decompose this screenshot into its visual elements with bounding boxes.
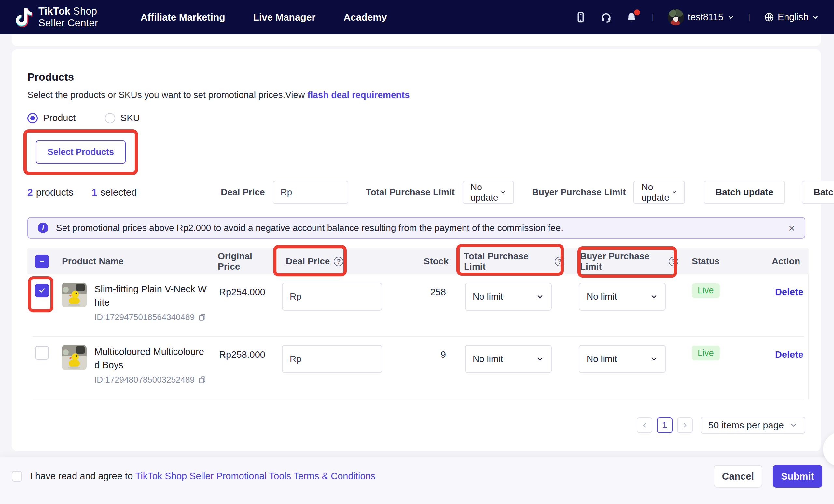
chevron-down-icon xyxy=(672,189,677,196)
chevron-down-icon xyxy=(650,355,658,363)
tiktok-shop-logo[interactable]: TikTok Shop Seller Center xyxy=(15,5,98,29)
nav-academy[interactable]: Academy xyxy=(344,12,387,23)
chevron-down-icon xyxy=(727,14,734,21)
buyer-limit-value: No limit xyxy=(587,354,617,364)
batch-delete-button[interactable]: Batch delete xyxy=(802,181,834,204)
submit-button[interactable]: Submit xyxy=(773,465,822,488)
batch-total-limit-select[interactable]: No update xyxy=(463,181,514,204)
chevron-down-icon xyxy=(536,293,544,301)
annotation-box-select-products: Select Products xyxy=(23,129,138,175)
help-icon[interactable]: ? xyxy=(668,257,678,266)
page-title: Products xyxy=(27,71,805,83)
stock-value: 9 xyxy=(386,337,451,360)
chevron-down-icon xyxy=(790,421,797,429)
terms-text: I have read and agree to TikTok Shop Sel… xyxy=(30,471,375,482)
status-badge: Live xyxy=(692,346,720,360)
total-limit-value: No limit xyxy=(473,291,503,302)
original-price: Rp254.000 xyxy=(218,275,270,298)
select-products-button[interactable]: Select Products xyxy=(36,140,126,164)
table-right-border xyxy=(808,275,809,399)
batch-deal-price-input[interactable] xyxy=(273,181,348,204)
notification-badge-dot xyxy=(634,9,640,15)
help-icon[interactable]: ? xyxy=(334,257,344,266)
row-checkbox-unchecked[interactable] xyxy=(35,346,49,360)
language-label: English xyxy=(778,12,809,22)
total-limit-select[interactable]: No limit xyxy=(465,345,552,373)
notifications-bell-icon[interactable] xyxy=(625,11,638,24)
radio-product[interactable]: Product xyxy=(27,113,75,124)
col-stock: Stock xyxy=(424,256,448,267)
cancel-button[interactable]: Cancel xyxy=(714,465,762,488)
radio-sku-label: SKU xyxy=(120,113,140,124)
footer-bar: I have read and agree to TikTok Shop Sel… xyxy=(0,457,834,504)
close-icon[interactable]: × xyxy=(788,222,795,234)
next-page-button[interactable] xyxy=(677,417,693,433)
buyer-limit-select[interactable]: No limit xyxy=(579,345,666,373)
status-badge: Live xyxy=(692,283,720,298)
user-name: test8115 xyxy=(688,12,723,22)
products-card: Products Select the products or SKUs you… xyxy=(12,49,821,451)
delete-button[interactable]: Delete xyxy=(775,349,804,360)
batch-update-button[interactable]: Batch update xyxy=(704,181,785,204)
page-number-button[interactable]: 1 xyxy=(657,417,673,433)
products-count: 2products xyxy=(27,187,73,198)
row-checkbox-checked[interactable] xyxy=(35,284,49,297)
chevron-down-icon xyxy=(500,189,506,196)
copy-icon[interactable] xyxy=(198,313,206,322)
product-id: ID:1729480785003252489 xyxy=(94,375,206,385)
product-name: Slim-fitting Plain V-Neck White xyxy=(94,283,207,309)
copy-icon[interactable] xyxy=(198,376,206,384)
radio-selected-icon xyxy=(27,113,38,124)
col-deal-price: Deal Price xyxy=(286,256,330,267)
info-banner-text: Set promotional prices above Rp2.000 to … xyxy=(56,223,563,233)
prev-page-button[interactable] xyxy=(637,417,652,433)
page-size-select[interactable]: 50 items per page xyxy=(701,417,805,434)
mobile-app-icon[interactable] xyxy=(574,11,587,24)
table-header-row: Product Name Original Price Deal Price? … xyxy=(27,248,809,275)
tiktok-note-icon xyxy=(15,7,33,28)
original-price: Rp258.000 xyxy=(218,337,270,360)
section-description: Select the products or SKUs you want to … xyxy=(27,90,805,100)
buyer-limit-select[interactable]: No limit xyxy=(579,283,666,311)
support-headset-icon[interactable] xyxy=(600,11,613,24)
info-icon: i xyxy=(38,223,48,233)
col-product-name: Product Name xyxy=(62,256,124,267)
page-size-value: 50 items per page xyxy=(708,420,784,431)
globe-icon xyxy=(764,12,774,22)
terms-checkbox[interactable] xyxy=(12,471,22,482)
batch-total-limit-value: No update xyxy=(470,182,500,203)
selected-count: 1selected xyxy=(92,187,137,198)
help-icon[interactable]: ? xyxy=(555,257,565,266)
nav-live-manager[interactable]: Live Manager xyxy=(253,12,316,23)
terms-link[interactable]: TikTok Shop Seller Promotional Tools Ter… xyxy=(135,471,376,481)
batch-actions-bar: 2products 1selected Deal Price Total Pur… xyxy=(27,181,805,204)
buyer-limit-value: No limit xyxy=(587,291,617,302)
batch-buyer-limit-label: Buyer Purchase Limit xyxy=(532,187,626,198)
batch-buyer-limit-select[interactable]: No update xyxy=(634,181,685,204)
pagination: 1 50 items per page xyxy=(637,417,805,434)
product-image xyxy=(62,283,87,307)
deal-price-input[interactable] xyxy=(282,345,382,373)
products-table: Product Name Original Price Deal Price? … xyxy=(27,248,809,399)
radio-product-label: Product xyxy=(43,113,75,124)
radio-unselected-icon xyxy=(105,113,115,124)
language-selector[interactable]: English xyxy=(764,12,819,22)
radio-sku[interactable]: SKU xyxy=(105,113,140,124)
table-row: Slim-fitting Plain V-Neck White ID:17294… xyxy=(27,275,809,337)
total-limit-select[interactable]: No limit xyxy=(465,283,552,311)
chevron-down-icon xyxy=(812,14,819,21)
product-image xyxy=(62,345,87,370)
nav-affiliate-marketing[interactable]: Affiliate Marketing xyxy=(140,12,225,23)
product-sku-radio-group: Product SKU xyxy=(27,113,805,124)
col-total-purchase-limit: Total Purchase Limit xyxy=(464,251,551,272)
delete-button[interactable]: Delete xyxy=(775,287,804,297)
top-navbar: TikTok Shop Seller Center Affiliate Mark… xyxy=(0,0,834,34)
flash-deal-requirements-link[interactable]: flash deal requirements xyxy=(307,90,410,100)
chevron-down-icon xyxy=(536,355,544,363)
nav-divider: | xyxy=(651,12,655,22)
deal-price-input[interactable] xyxy=(282,283,382,311)
product-id: ID:1729475018564340489 xyxy=(94,312,207,322)
user-menu[interactable]: test8115 xyxy=(668,9,734,25)
select-all-checkbox[interactable] xyxy=(35,255,49,268)
table-row: Multicoloured Multicoloured Boys ID:1729… xyxy=(27,337,809,399)
